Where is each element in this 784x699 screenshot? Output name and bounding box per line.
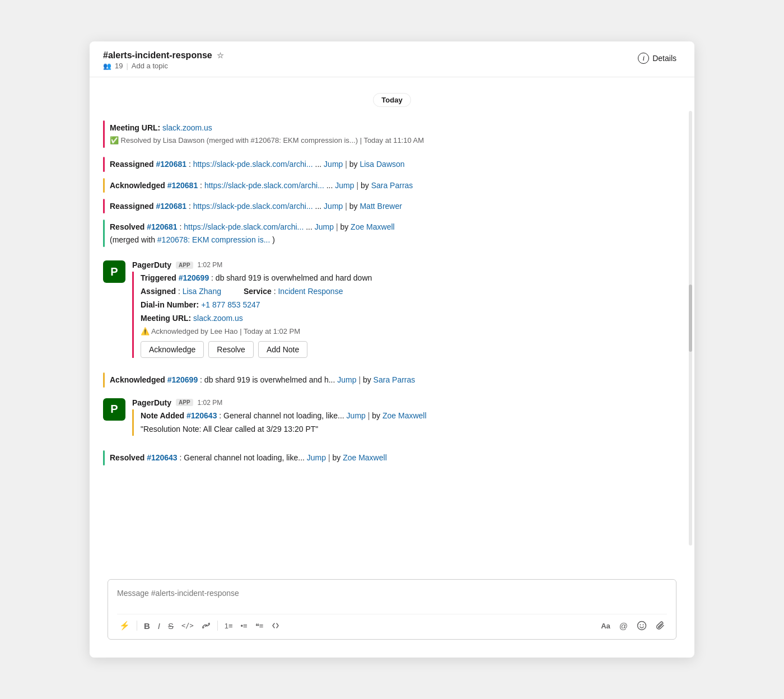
dialin-label: Dial-in Number: <box>141 300 199 309</box>
reassigned1-jump[interactable]: Jump <box>324 160 343 169</box>
reassigned2-jump[interactable]: Jump <box>324 202 343 211</box>
resolved1-url[interactable]: https://slack-pde.slack.com/archi... <box>184 222 304 231</box>
reassigned2-user[interactable]: Matt Brewer <box>360 202 402 211</box>
assigned-user-link[interactable]: Lisa Zhang <box>183 287 221 296</box>
resolve-button[interactable]: Resolve <box>208 341 254 358</box>
service-name-link[interactable]: Incident Response <box>278 287 343 296</box>
date-divider-label: Today <box>373 93 410 107</box>
member-count: 19 <box>115 62 123 70</box>
pagerduty-avatar2: P <box>103 398 125 421</box>
italic-button[interactable]: I <box>156 619 162 632</box>
emoji-button[interactable] <box>634 619 649 632</box>
alert-card2: Note Added #120643 : General channel not… <box>132 409 681 436</box>
reassigned2-url[interactable]: https://slack-pde.slack.com/archi... <box>193 202 313 211</box>
aa-button[interactable]: Aa <box>599 620 613 632</box>
resolved2-id[interactable]: #120643 <box>147 453 178 462</box>
acknowledged1-user[interactable]: Sara Parras <box>371 181 413 190</box>
unordered-list-button[interactable]: •≡ <box>239 620 250 632</box>
pagerduty-name2: PagerDuty <box>132 398 171 407</box>
triggered-row: Triggered #120699 : db shard 919 is over… <box>141 272 681 285</box>
meeting-url-row: Meeting URL: slack.zoom.us <box>141 312 681 325</box>
acknowledge-button[interactable]: Acknowledge <box>141 341 204 358</box>
pagerduty-msg2: P PagerDuty APP 1:02 PM Note Added #1206… <box>103 394 681 441</box>
note-text-row: "Resolution Note: All Clear called at 3/… <box>141 423 681 436</box>
meeting-url-label2: Meeting URL: <box>141 314 191 323</box>
meta-separator: | <box>126 62 128 70</box>
reassigned2-label: Reassigned <box>110 202 154 211</box>
ack-status-row: ⚠️ Acknowledged by Lee Hao | Today at 1:… <box>141 327 681 335</box>
pagerduty-badge1: APP <box>176 262 193 269</box>
meeting-url-link[interactable]: slack.zoom.us <box>162 123 212 132</box>
bold-button[interactable]: B <box>142 619 152 632</box>
channel-header: #alerts-incident-response ☆ 👥 19 | Add a… <box>90 41 694 77</box>
resolved1-merged-link[interactable]: #120678: EKM compression is... <box>157 235 270 244</box>
toolbar-separator1 <box>137 621 137 631</box>
input-toolbar: ⚡ B I S </> 1≡ •≡ ❝≡ <box>117 614 667 632</box>
reassigned1-url[interactable]: https://slack-pde.slack.com/archi... <box>193 160 313 169</box>
incident-title1: : db shard 919 is overwhelmed and hard d… <box>211 273 372 282</box>
acknowledged2-user[interactable]: Sara Parras <box>374 375 416 384</box>
acknowledged2-label: Acknowledged <box>110 375 165 384</box>
incident-id-link1[interactable]: #120699 <box>179 273 209 282</box>
triggered-label: Triggered <box>141 273 176 282</box>
resolved2-block: Resolved #120643 : General channel not l… <box>103 448 681 467</box>
pagerduty-time2: 1:02 PM <box>198 399 223 407</box>
acknowledged1-url[interactable]: https://slack-pde.slack.com/archi... <box>204 181 324 190</box>
acknowledged1-label: Acknowledged <box>110 181 165 190</box>
reassigned1-block: Reassigned #120681 : https://slack-pde.s… <box>103 155 681 174</box>
scroll-thumb[interactable] <box>689 285 692 352</box>
pagerduty-msg1-block: P PagerDuty APP 1:02 PM Triggered #12069… <box>103 254 681 366</box>
dialin-number-link[interactable]: +1 877 853 5247 <box>201 300 260 309</box>
meeting-url-link2[interactable]: slack.zoom.us <box>193 314 243 323</box>
details-label: Details <box>652 54 676 63</box>
resolved2-title: : General channel not loading, like... <box>180 453 305 462</box>
mention-button[interactable]: @ <box>617 619 630 632</box>
pagerduty-time1: 1:02 PM <box>198 261 223 269</box>
blockquote-button[interactable]: ❝≡ <box>253 620 266 632</box>
info-icon: i <box>638 53 649 64</box>
resolved2-user[interactable]: Zoe Maxwell <box>343 453 387 462</box>
resolved1-block: Resolved #120681 : https://slack-pde.sla… <box>103 217 681 249</box>
reassigned2-block: Reassigned #120681 : https://slack-pde.s… <box>103 197 681 216</box>
reassigned1-id[interactable]: #120681 <box>156 160 186 169</box>
svg-point-2 <box>643 625 644 626</box>
strikethrough-button[interactable]: S <box>166 619 176 632</box>
meeting-url-block: Meeting URL: slack.zoom.us ✅ Resolved by… <box>103 118 681 150</box>
details-button[interactable]: i Details <box>633 50 681 66</box>
assigned-label: Assigned <box>141 287 176 296</box>
workflow-icon[interactable]: ⚡ <box>117 619 132 632</box>
resolved1-id[interactable]: #120681 <box>147 222 178 231</box>
resolved1-jump[interactable]: Jump <box>315 222 334 231</box>
add-topic-link[interactable]: Add a topic <box>132 62 168 70</box>
code-button[interactable]: </> <box>179 620 196 631</box>
add-note-button[interactable]: Add Note <box>258 341 307 358</box>
resolved1-line: Resolved #120681 : https://slack-pde.sla… <box>103 220 681 247</box>
acknowledged2-block: Acknowledged #120699 : db shard 919 is o… <box>103 370 681 389</box>
pagerduty-msg1: P PagerDuty APP 1:02 PM Triggered #12069… <box>103 256 681 362</box>
pagerduty-content2: PagerDuty APP 1:02 PM Note Added #120643… <box>132 398 681 436</box>
acknowledged2-line: Acknowledged #120699 : db shard 919 is o… <box>103 372 681 387</box>
channel-name-text: #alerts-incident-response <box>103 50 212 60</box>
message-input[interactable] <box>117 586 667 612</box>
date-divider: Today <box>103 93 681 107</box>
resolved2-jump[interactable]: Jump <box>307 453 326 462</box>
code-block-button[interactable] <box>269 619 282 632</box>
acknowledged1-jump[interactable]: Jump <box>335 181 354 190</box>
reassigned1-user[interactable]: Lisa Dawson <box>360 160 404 169</box>
resolved1-user[interactable]: Zoe Maxwell <box>351 222 395 231</box>
reassigned2-id[interactable]: #120681 <box>156 202 186 211</box>
acknowledged1-id[interactable]: #120681 <box>167 181 198 190</box>
reassigned2-line: Reassigned #120681 : https://slack-pde.s… <box>103 199 681 213</box>
link-button[interactable] <box>199 619 213 632</box>
note-jump-link[interactable]: Jump <box>347 411 366 420</box>
star-icon[interactable]: ☆ <box>217 51 224 60</box>
resolved2-line: Resolved #120643 : General channel not l… <box>103 450 681 465</box>
note-user-link[interactable]: Zoe Maxwell <box>382 411 427 420</box>
ordered-list-button[interactable]: 1≡ <box>222 620 235 632</box>
meeting-url-line: Meeting URL: slack.zoom.us ✅ Resolved by… <box>103 120 681 148</box>
acknowledged2-jump[interactable]: Jump <box>337 375 356 384</box>
note-incident-id[interactable]: #120643 <box>186 411 217 420</box>
attach-button[interactable] <box>654 619 667 632</box>
acknowledged2-id[interactable]: #120699 <box>167 375 198 384</box>
input-tools-left: ⚡ B I S </> 1≡ •≡ ❝≡ <box>117 619 282 632</box>
